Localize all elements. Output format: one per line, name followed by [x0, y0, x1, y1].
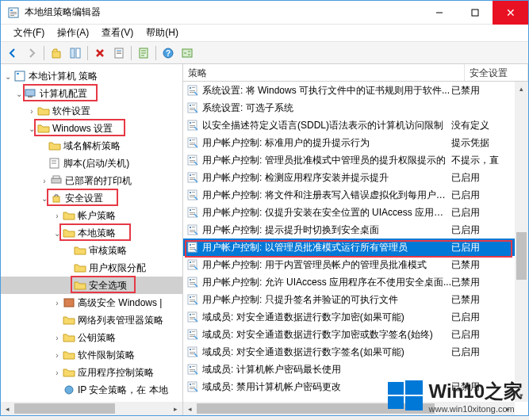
policy-row[interactable]: 用户帐户控制: 用于内置管理员帐户的管理员批准模式已禁用	[183, 256, 515, 273]
tree-computer-config[interactable]: ⌄ 计算机配置	[1, 85, 182, 102]
tree-software-settings[interactable]: › 软件设置	[1, 102, 182, 120]
show-hide-tree-button[interactable]	[67, 44, 84, 62]
policy-row[interactable]: 以安全描述符定义语言(SDDL)语法表示的计算机访问限制没有定义	[183, 116, 515, 134]
tree-label: 高级安全 Windows |	[78, 296, 162, 310]
policy-row[interactable]: 用户帐户控制: 提示提升时切换到安全桌面已启用	[183, 221, 515, 239]
policy-row[interactable]: 域成员: 对安全通道数据进行数字加密(如果可能)已启用	[183, 308, 515, 326]
policy-row[interactable]: 用户帐户控制: 只提升签名并验证的可执行文件已禁用	[183, 291, 515, 308]
policy-row[interactable]: 域成员: 对安全通道数据进行数字签名(如果可能)已启用	[183, 343, 515, 361]
policy-row[interactable]: 用户帐户控制: 将文件和注册表写入错误虚拟化到每用户位置已启用	[183, 186, 515, 204]
tree-dns-policy[interactable]: 域名解析策略	[1, 137, 182, 155]
expand-icon[interactable]: ⌄	[26, 124, 37, 133]
tree-user-rights[interactable]: 用户权限分配	[1, 259, 182, 277]
policy-value: 已启用	[451, 171, 515, 185]
policy-value: 已禁用	[451, 380, 515, 394]
tree-h-scrollbar[interactable]: ◂ ▸	[1, 402, 182, 415]
svg-rect-24	[53, 197, 59, 202]
close-button[interactable]: ✕	[493, 1, 528, 25]
tree-software-restrict[interactable]: › 软件限制策略	[1, 346, 182, 364]
expand-icon[interactable]: ›	[52, 334, 63, 342]
forward-button[interactable]	[23, 44, 40, 62]
menu-help[interactable]: 帮助(H)	[140, 25, 185, 41]
tree-label: 本地计算机 策略	[29, 70, 98, 83]
policy-row[interactable]: 域成员: 计算机帐户密码最长使用	[183, 361, 515, 378]
tree-app-control[interactable]: › 应用程序控制策略	[1, 364, 182, 381]
expand-icon[interactable]: ⌄	[2, 72, 13, 81]
svg-rect-110	[190, 369, 195, 370]
policy-row[interactable]: 系统设置: 可选子系统	[183, 99, 515, 116]
tree-adv-windows[interactable]: › 高级安全 Windows |	[1, 294, 182, 311]
help-button[interactable]: ?	[159, 44, 177, 62]
tree-deployed-printers[interactable]: › 已部署的打印机	[1, 172, 182, 189]
toolbar-separator	[131, 46, 132, 60]
tree-security-settings[interactable]: ⌄ 安全设置	[1, 189, 182, 207]
column-security-setting[interactable]: 安全设置	[465, 64, 528, 81]
delete-button[interactable]	[91, 44, 109, 62]
folder-lock-icon	[74, 245, 86, 256]
tree-account-policies[interactable]: › 帐户策略	[1, 207, 182, 224]
svg-rect-88	[190, 296, 191, 298]
expand-icon[interactable]: ›	[39, 177, 50, 185]
tree-label: 脚本(启动/关机)	[63, 157, 129, 170]
svg-rect-98	[190, 331, 191, 333]
scroll-left-icon[interactable]: ◂	[1, 402, 14, 415]
expand-icon[interactable]: ›	[26, 107, 37, 116]
expand-icon[interactable]: ⌄	[13, 90, 25, 98]
policy-row[interactable]: 用户帐户控制: 标准用户的提升提示行为提示凭据	[183, 134, 515, 151]
tree-net-list[interactable]: 网络列表管理器策略	[1, 311, 182, 329]
expand-icon[interactable]: ⌄	[52, 229, 63, 238]
policy-row[interactable]: 用户帐户控制: 允许 UIAccess 应用程序在不使用安全桌面...已禁用	[183, 273, 515, 291]
tree-root[interactable]: ⌄ 本地计算机 策略	[1, 67, 182, 85]
expand-icon[interactable]: ›	[52, 368, 63, 377]
tree-audit-policy[interactable]: 审核策略	[1, 242, 182, 259]
filter-button[interactable]	[178, 44, 196, 62]
tree-scripts[interactable]: 脚本(启动/关机)	[1, 155, 182, 172]
properties-button[interactable]	[110, 44, 128, 62]
menu-view[interactable]: 查看(V)	[95, 25, 140, 41]
svg-rect-20	[28, 96, 33, 97]
maximize-button[interactable]	[457, 1, 493, 25]
scroll-up-icon[interactable]: ▴	[515, 82, 528, 95]
tree-ip-security[interactable]: IP 安全策略，在 本地	[1, 381, 182, 399]
list-h-scrollbar[interactable]: ◂ ▸	[183, 402, 515, 415]
column-policy[interactable]: 策略	[183, 64, 465, 81]
expand-icon[interactable]: ⌄	[39, 194, 50, 203]
minimize-button[interactable]	[421, 1, 457, 25]
up-button[interactable]	[48, 44, 65, 62]
policy-icon	[186, 328, 199, 341]
policy-row[interactable]: 用户帐户控制: 仅提升安装在安全位置的 UIAccess 应用程序已启用	[183, 204, 515, 221]
expand-icon[interactable]: ›	[52, 351, 63, 360]
list-v-scrollbar[interactable]: ▴ ▾	[515, 82, 528, 402]
policy-row[interactable]: 域成员: 对安全通道数据进行数字加密或数字签名(始终)已启用	[183, 326, 515, 343]
policy-row[interactable]: 系统设置: 将 Windows 可执行文件中的证书规则用于软件...已禁用	[183, 82, 515, 99]
policy-icon	[186, 223, 199, 236]
scroll-right-icon[interactable]: ▸	[501, 402, 515, 415]
policy-value: 已禁用	[451, 276, 515, 289]
svg-rect-8	[76, 48, 80, 58]
back-button[interactable]	[4, 44, 21, 62]
policy-row[interactable]: 域成员: 禁用计算机帐户密码更改已禁用	[183, 378, 515, 395]
policy-name: 用户帐户控制: 检测应用程序安装并提示提升	[202, 171, 451, 185]
expand-icon[interactable]: ›	[52, 299, 63, 307]
policy-row[interactable]: 用户帐户控制: 管理员批准模式中管理员的提升权限提示的不提示，直	[183, 151, 515, 169]
tree-windows-settings[interactable]: ⌄ Windows 设置	[1, 120, 182, 137]
menu-file[interactable]: 文件(F)	[7, 25, 51, 41]
toolbar-separator	[155, 46, 156, 60]
tree-public-key[interactable]: › 公钥策略	[1, 329, 182, 346]
policy-row[interactable]: 用户帐户控制: 检测应用程序安装并提示提升已启用	[183, 169, 515, 186]
policy-value: 已启用	[451, 206, 515, 220]
menu-action[interactable]: 操作(A)	[51, 25, 95, 41]
svg-rect-30	[190, 90, 195, 91]
scroll-left-icon[interactable]: ◂	[183, 402, 197, 415]
tree-security-options[interactable]: 安全选项	[1, 277, 182, 294]
folder-lock-icon	[74, 280, 86, 291]
scroll-down-icon[interactable]: ▾	[515, 388, 528, 402]
svg-rect-22	[52, 178, 61, 183]
policy-row[interactable]: 用户帐户控制: 以管理员批准模式运行所有管理员已启用	[183, 239, 515, 256]
policy-name: 以安全描述符定义语言(SDDL)语法表示的计算机访问限制	[202, 119, 451, 132]
refresh-button[interactable]	[135, 44, 152, 62]
tree-local-policies[interactable]: ⌄ 本地策略	[1, 224, 182, 242]
svg-rect-7	[71, 48, 75, 58]
expand-icon[interactable]: ›	[52, 212, 63, 220]
scroll-right-icon[interactable]: ▸	[169, 402, 182, 415]
